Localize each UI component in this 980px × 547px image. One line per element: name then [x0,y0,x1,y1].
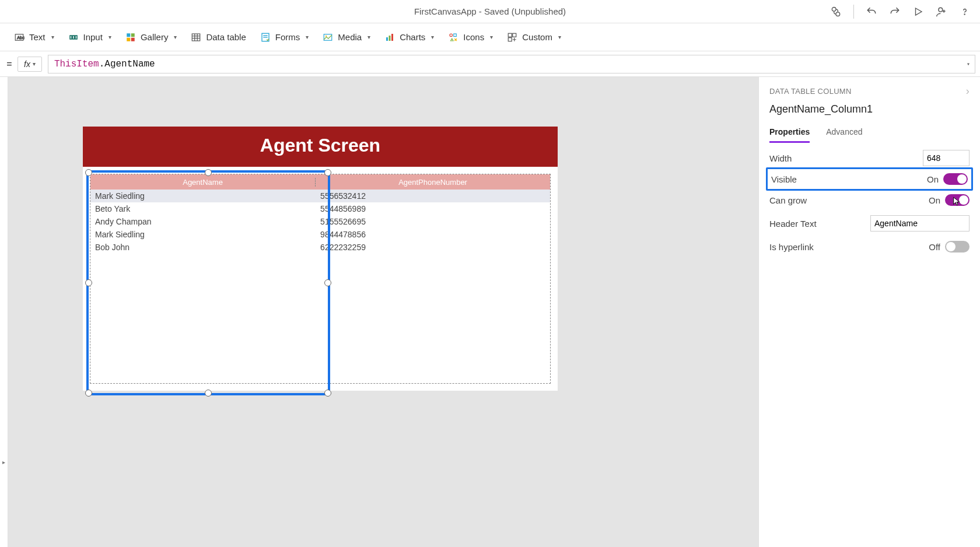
chevron-down-icon: ▾ [51,34,54,40]
svg-point-24 [450,34,453,37]
chevron-down-icon: ▾ [108,34,111,40]
cell-name: Mark Siedling [90,230,316,239]
hyperlink-toggle[interactable] [945,241,970,253]
redo-icon[interactable] [889,6,901,17]
svg-text:Abc: Abc [17,35,24,40]
fx-label: fx [24,59,30,69]
svg-rect-22 [389,36,391,41]
ribbon-forms[interactable]: Forms ▾ [260,32,309,43]
formula-input[interactable]: ThisItem.AgentName ▾ [48,55,975,73]
media-icon [323,32,333,43]
table-row[interactable]: Mark Siedling 9844478856 [90,228,550,241]
svg-rect-28 [508,37,512,41]
chevron-down-icon: ▾ [490,34,493,40]
tree-view-rail: ▸ [0,77,8,547]
svg-rect-8 [131,33,135,37]
text-icon: Abc [14,32,24,43]
ribbon-icons[interactable]: Icons ▾ [448,32,493,43]
cell-name: Beto Yark [90,204,316,213]
prop-row-width: Width [769,146,970,170]
selection-handle[interactable] [205,390,212,397]
data-table[interactable]: AgentName AgentPhoneNumber Mark Siedling… [90,174,551,384]
properties-panel: DATA TABLE COLUMN › AgentName_Column1 Pr… [758,77,980,547]
svg-rect-10 [131,37,135,41]
visible-toggle[interactable] [943,173,968,185]
svg-point-20 [326,35,327,36]
prop-value-hyperlink: Off [929,242,940,252]
chevron-down-icon: ▾ [174,34,177,40]
undo-icon[interactable] [866,6,877,17]
ribbon-media[interactable]: Media ▾ [323,32,370,43]
chevron-down-icon: ▾ [368,34,370,40]
formula-expand-icon[interactable]: ▾ [967,61,970,68]
cell-name: Andy Champan [90,217,316,226]
insert-ribbon: Abc Text ▾ Input ▾ Gallery ▾ Data table … [0,23,980,51]
prop-row-cangrow: Can grow On [769,188,970,212]
panel-control-name: AgentName_Column1 [769,103,970,115]
prop-row-hyperlink: Is hyperlink Off [769,235,970,258]
svg-point-1 [836,12,840,16]
panel-chevron-right-icon[interactable]: › [966,85,970,97]
width-input[interactable] [923,150,970,166]
tab-properties[interactable]: Properties [769,127,810,143]
table-row[interactable]: Bob John 6222232259 [90,241,550,254]
svg-marker-2 [916,8,922,15]
ribbon-forms-label: Forms [275,32,300,42]
app-checker-icon[interactable] [830,6,842,17]
ribbon-text[interactable]: Abc Text ▾ [14,32,54,43]
ribbon-text-label: Text [29,32,46,42]
selection-handle[interactable] [85,390,92,397]
cell-phone: 5544856989 [316,204,550,213]
ribbon-charts[interactable]: Charts ▾ [384,32,434,43]
custom-icon [507,32,517,43]
table-row[interactable]: Beto Yark 5544856989 [90,202,550,215]
ribbon-custom-label: Custom [522,32,552,42]
share-person-icon[interactable] [936,6,947,17]
forms-icon [260,32,271,43]
cell-name: Bob John [90,243,316,252]
ribbon-media-label: Media [338,32,362,42]
svg-rect-21 [386,37,388,41]
input-icon [68,32,79,43]
table-row[interactable]: Andy Champan 5155526695 [90,215,550,228]
chevron-down-icon: ▾ [431,34,434,40]
column-header-agentname[interactable]: AgentName [90,178,316,187]
ribbon-gallery[interactable]: Gallery ▾ [125,32,177,43]
ribbon-input-label: Input [83,32,103,42]
tab-advanced[interactable]: Advanced [826,127,862,143]
header-text-input[interactable] [870,215,970,232]
table-row[interactable]: Mark Siedling 5556532412 [90,190,550,202]
cell-name: Mark Siedling [90,191,316,201]
ribbon-datatable-label: Data table [206,32,246,42]
canvas[interactable]: Agent Screen AgentName AgentPhoneNumber … [8,77,758,547]
cell-phone: 5556532412 [316,191,550,201]
selection-handle[interactable] [324,390,331,397]
preview-play-icon[interactable] [912,6,924,17]
app-title: FirstCanvasApp - Saved (Unpublished) [414,6,566,16]
svg-rect-9 [127,37,130,41]
chevron-down-icon: ▾ [33,61,36,67]
svg-point-0 [832,7,836,11]
cell-phone: 9844478856 [316,230,550,239]
cangrow-toggle[interactable] [945,194,970,206]
cell-phone: 5155526695 [316,217,550,226]
ribbon-custom[interactable]: Custom ▾ [507,32,561,43]
titlebar: FirstCanvasApp - Saved (Unpublished) [0,0,980,23]
prop-label-hyperlink: Is hyperlink [769,242,814,252]
prop-value-visible: On [927,174,939,184]
app-screen: Agent Screen AgentName AgentPhoneNumber … [83,127,558,391]
svg-point-3 [939,8,943,12]
prop-label-cangrow: Can grow [769,195,807,205]
table-header-row: AgentName AgentPhoneNumber [90,174,550,190]
ribbon-charts-label: Charts [400,32,425,42]
formula-bar: = fx ▾ ThisItem.AgentName ▾ [0,51,980,77]
help-icon[interactable] [959,6,971,17]
prop-row-visible: Visible On [766,167,973,191]
svg-rect-7 [127,33,130,37]
ribbon-datatable[interactable]: Data table [191,32,246,43]
chevron-down-icon: ▾ [558,34,561,40]
ribbon-input[interactable]: Input ▾ [68,32,111,43]
column-header-agentphone[interactable]: AgentPhoneNumber [316,178,550,187]
fx-dropdown[interactable]: fx ▾ [18,57,42,72]
expand-tree-icon[interactable]: ▸ [2,459,5,465]
